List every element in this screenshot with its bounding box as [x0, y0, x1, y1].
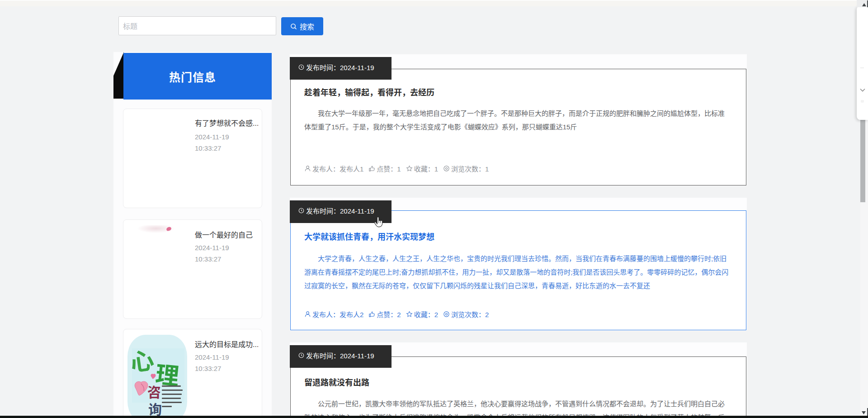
- svg-text:询: 询: [148, 402, 162, 417]
- svg-text:咨: 咨: [147, 385, 161, 400]
- svg-text:心: 心: [129, 347, 156, 376]
